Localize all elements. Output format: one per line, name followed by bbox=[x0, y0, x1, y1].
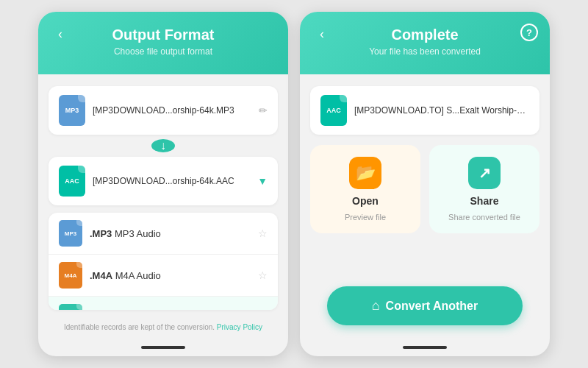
right-back-button[interactable]: ‹ bbox=[312, 24, 332, 44]
complete-panel: ‹ ? Complete Your file has been converte… bbox=[300, 12, 550, 356]
format-list: MP3 .MP3 MP3 Audio ☆ M4A .M4A M4A Audio … bbox=[49, 213, 278, 310]
right-header: ‹ ? Complete Your file has been converte… bbox=[300, 12, 550, 74]
convert-another-label: Convert Another bbox=[386, 300, 478, 313]
output-format-panel: ‹ Output Format Choose file output forma… bbox=[38, 12, 288, 356]
convert-arrow-icon: ↓ bbox=[151, 139, 175, 152]
open-sublabel: Preview file bbox=[345, 213, 386, 222]
converted-file-icon: AAC bbox=[320, 95, 347, 126]
right-panel-title: Complete bbox=[312, 26, 538, 43]
aac-format-icon: AAC bbox=[59, 304, 82, 310]
right-panel-body: AAC [MP3DOWNLOAD.TO] S...Exalt Worship-6… bbox=[300, 74, 550, 346]
target-file-name: [MP3DOWNLOAD...orship-64k.AAC bbox=[93, 176, 250, 186]
source-file-icon: MP3 bbox=[59, 95, 85, 126]
format-item-m4a[interactable]: M4A .M4A M4A Audio ☆ bbox=[49, 255, 278, 297]
dropdown-arrow-icon: ▼ bbox=[257, 175, 268, 187]
mp3-format-label: .MP3 MP3 Audio bbox=[90, 228, 251, 239]
share-button[interactable]: ↗ Share Share converted file bbox=[429, 145, 539, 233]
target-file-icon: AAC bbox=[59, 166, 85, 197]
screens-container: ‹ Output Format Choose file output forma… bbox=[0, 0, 588, 368]
action-buttons-row: 📂 Open Preview file ↗ Share Share conver… bbox=[310, 145, 539, 233]
open-button[interactable]: 📂 Open Preview file bbox=[310, 145, 420, 233]
open-label: Open bbox=[352, 195, 379, 207]
edit-icon[interactable]: ✏ bbox=[259, 105, 268, 116]
source-file-name: [MP3DOWNLOAD...orship-64k.MP3 bbox=[93, 105, 251, 116]
left-panel-title: Output Format bbox=[50, 26, 276, 43]
left-panel-subtitle: Choose file output format bbox=[50, 46, 276, 57]
share-label: Share bbox=[470, 195, 499, 207]
home-icon: ⌂ bbox=[372, 298, 380, 314]
left-bottom-bar bbox=[141, 346, 185, 349]
open-icon: 📂 bbox=[349, 157, 381, 189]
share-sublabel: Share converted file bbox=[448, 213, 520, 222]
privacy-note: Identifiable records are kept of the con… bbox=[49, 317, 278, 334]
left-header: ‹ Output Format Choose file output forma… bbox=[38, 12, 288, 74]
m4a-format-label: .M4A M4A Audio bbox=[90, 270, 251, 281]
share-icon: ↗ bbox=[468, 157, 501, 189]
source-file-box: MP3 [MP3DOWNLOAD...orship-64k.MP3 ✏ bbox=[49, 86, 278, 135]
target-file-box[interactable]: AAC [MP3DOWNLOAD...orship-64k.AAC ▼ bbox=[49, 157, 278, 205]
format-item-mp3[interactable]: MP3 .MP3 MP3 Audio ☆ bbox=[49, 213, 278, 255]
mp3-star-icon[interactable]: ☆ bbox=[258, 227, 268, 239]
format-item-aac[interactable]: AAC .AAC AAC Audio ✓ bbox=[49, 297, 278, 310]
left-back-button[interactable]: ‹ bbox=[50, 24, 71, 44]
spacer bbox=[310, 244, 539, 276]
convert-another-button[interactable]: ⌂ Convert Another bbox=[327, 286, 522, 325]
right-bottom-bar bbox=[403, 346, 447, 349]
mp3-format-icon: MP3 bbox=[59, 220, 82, 247]
m4a-format-icon: M4A bbox=[59, 262, 82, 289]
m4a-star-icon[interactable]: ☆ bbox=[258, 269, 268, 281]
converted-file-name: [MP3DOWNLOAD.TO] S...Exalt Worship-64k.a… bbox=[354, 105, 529, 116]
left-panel-body: MP3 [MP3DOWNLOAD...orship-64k.MP3 ✏ ↓ AA… bbox=[38, 74, 288, 346]
privacy-policy-link[interactable]: Privacy Policy bbox=[217, 323, 262, 331]
right-panel-subtitle: Your file has been converted bbox=[312, 46, 538, 57]
help-button[interactable]: ? bbox=[520, 24, 538, 41]
converted-file-box: AAC [MP3DOWNLOAD.TO] S...Exalt Worship-6… bbox=[310, 86, 539, 135]
